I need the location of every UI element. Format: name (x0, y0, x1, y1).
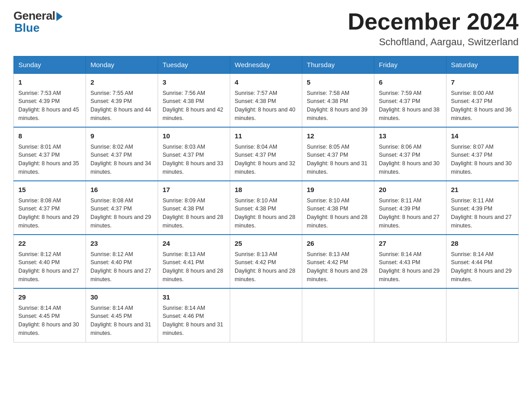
day-number: 8 (18, 131, 81, 141)
calendar-cell: 30Sunrise: 8:14 AMSunset: 4:45 PMDayligh… (86, 288, 158, 342)
col-header-friday: Friday (374, 56, 446, 74)
day-number: 16 (90, 185, 153, 195)
day-number: 18 (235, 185, 297, 195)
logo-blue-text: Blue (14, 21, 39, 35)
calendar-cell: 18Sunrise: 8:10 AMSunset: 4:38 PMDayligh… (230, 181, 302, 235)
day-number: 5 (307, 77, 369, 88)
calendar-cell: 31Sunrise: 8:14 AMSunset: 4:46 PMDayligh… (158, 288, 230, 342)
day-number: 6 (379, 77, 442, 88)
calendar-week-row: 22Sunrise: 8:12 AMSunset: 4:40 PMDayligh… (14, 235, 519, 288)
col-header-tuesday: Tuesday (158, 56, 230, 74)
day-info: Sunrise: 7:59 AMSunset: 4:37 PMDaylight:… (379, 89, 442, 123)
calendar-cell (230, 288, 302, 342)
day-number: 15 (18, 185, 81, 195)
calendar-cell: 6Sunrise: 7:59 AMSunset: 4:37 PMDaylight… (374, 73, 446, 127)
day-number: 1 (18, 77, 81, 88)
day-number: 14 (451, 131, 514, 141)
day-number: 31 (163, 292, 225, 303)
day-number: 17 (163, 185, 225, 195)
calendar-cell: 28Sunrise: 8:14 AMSunset: 4:44 PMDayligh… (446, 235, 519, 288)
day-info: Sunrise: 7:53 AMSunset: 4:39 PMDaylight:… (18, 89, 81, 123)
day-info: Sunrise: 8:12 AMSunset: 4:40 PMDaylight:… (90, 250, 153, 284)
day-info: Sunrise: 8:07 AMSunset: 4:37 PMDaylight:… (451, 143, 514, 176)
calendar-cell: 20Sunrise: 8:11 AMSunset: 4:39 PMDayligh… (374, 181, 446, 235)
day-number: 28 (451, 239, 514, 249)
calendar-cell: 22Sunrise: 8:12 AMSunset: 4:40 PMDayligh… (14, 235, 86, 288)
col-header-sunday: Sunday (14, 56, 86, 74)
day-info: Sunrise: 8:10 AMSunset: 4:38 PMDaylight:… (307, 197, 369, 230)
calendar-cell: 21Sunrise: 8:11 AMSunset: 4:39 PMDayligh… (446, 181, 519, 235)
day-number: 26 (307, 239, 369, 249)
calendar-cell: 11Sunrise: 8:04 AMSunset: 4:37 PMDayligh… (230, 127, 302, 181)
calendar-cell: 15Sunrise: 8:08 AMSunset: 4:37 PMDayligh… (14, 181, 86, 235)
calendar-cell: 4Sunrise: 7:57 AMSunset: 4:38 PMDaylight… (230, 73, 302, 127)
day-number: 7 (451, 77, 514, 88)
day-info: Sunrise: 8:03 AMSunset: 4:37 PMDaylight:… (163, 143, 225, 176)
month-title: December 2024 (348, 9, 519, 34)
calendar-cell: 27Sunrise: 8:14 AMSunset: 4:43 PMDayligh… (374, 235, 446, 288)
calendar-cell: 8Sunrise: 8:01 AMSunset: 4:37 PMDaylight… (14, 127, 86, 181)
page-header: General Blue December 2024 Schoftland, A… (13, 9, 519, 48)
day-info: Sunrise: 7:58 AMSunset: 4:38 PMDaylight:… (307, 89, 369, 123)
calendar-week-row: 29Sunrise: 8:14 AMSunset: 4:45 PMDayligh… (14, 288, 519, 342)
calendar-cell: 17Sunrise: 8:09 AMSunset: 4:38 PMDayligh… (158, 181, 230, 235)
day-number: 24 (163, 239, 225, 249)
day-number: 3 (163, 77, 225, 88)
col-header-saturday: Saturday (446, 56, 519, 74)
calendar-cell (374, 288, 446, 342)
day-info: Sunrise: 8:11 AMSunset: 4:39 PMDaylight:… (379, 197, 442, 230)
day-number: 29 (18, 292, 81, 303)
calendar-cell: 5Sunrise: 7:58 AMSunset: 4:38 PMDaylight… (302, 73, 374, 127)
day-info: Sunrise: 8:08 AMSunset: 4:37 PMDaylight:… (18, 197, 81, 230)
day-info: Sunrise: 8:09 AMSunset: 4:38 PMDaylight:… (163, 197, 225, 230)
calendar-cell: 10Sunrise: 8:03 AMSunset: 4:37 PMDayligh… (158, 127, 230, 181)
calendar-cell: 26Sunrise: 8:13 AMSunset: 4:42 PMDayligh… (302, 235, 374, 288)
day-info: Sunrise: 8:14 AMSunset: 4:46 PMDaylight:… (163, 304, 225, 338)
day-number: 23 (90, 239, 153, 249)
day-info: Sunrise: 8:13 AMSunset: 4:42 PMDaylight:… (235, 250, 297, 284)
calendar-week-row: 15Sunrise: 8:08 AMSunset: 4:37 PMDayligh… (14, 181, 519, 235)
col-header-monday: Monday (86, 56, 158, 74)
day-info: Sunrise: 8:14 AMSunset: 4:44 PMDaylight:… (451, 250, 514, 284)
day-info: Sunrise: 7:56 AMSunset: 4:38 PMDaylight:… (163, 89, 225, 123)
day-number: 10 (163, 131, 225, 141)
day-info: Sunrise: 8:10 AMSunset: 4:38 PMDaylight:… (235, 197, 297, 230)
day-number: 27 (379, 239, 442, 249)
day-number: 9 (90, 131, 153, 141)
calendar-week-row: 8Sunrise: 8:01 AMSunset: 4:37 PMDaylight… (14, 127, 519, 181)
logo-triangle-icon (56, 12, 63, 21)
title-block: December 2024 Schoftland, Aargau, Switze… (348, 9, 519, 48)
day-number: 12 (307, 131, 369, 141)
day-number: 21 (451, 185, 514, 195)
logo: General Blue (13, 9, 63, 35)
calendar-cell: 12Sunrise: 8:05 AMSunset: 4:37 PMDayligh… (302, 127, 374, 181)
calendar-header-row: SundayMondayTuesdayWednesdayThursdayFrid… (14, 56, 519, 74)
day-info: Sunrise: 8:11 AMSunset: 4:39 PMDaylight:… (451, 197, 514, 230)
day-number: 4 (235, 77, 297, 88)
day-number: 20 (379, 185, 442, 195)
location-title: Schoftland, Aargau, Switzerland (348, 36, 519, 48)
day-info: Sunrise: 8:14 AMSunset: 4:43 PMDaylight:… (379, 250, 442, 284)
calendar-cell (446, 288, 519, 342)
day-info: Sunrise: 8:13 AMSunset: 4:42 PMDaylight:… (307, 250, 369, 284)
calendar-cell: 3Sunrise: 7:56 AMSunset: 4:38 PMDaylight… (158, 73, 230, 127)
day-number: 11 (235, 131, 297, 141)
day-info: Sunrise: 8:01 AMSunset: 4:37 PMDaylight:… (18, 143, 81, 176)
day-number: 2 (90, 77, 153, 88)
calendar-cell: 23Sunrise: 8:12 AMSunset: 4:40 PMDayligh… (86, 235, 158, 288)
calendar-cell: 25Sunrise: 8:13 AMSunset: 4:42 PMDayligh… (230, 235, 302, 288)
day-info: Sunrise: 8:00 AMSunset: 4:37 PMDaylight:… (451, 89, 514, 123)
day-number: 13 (379, 131, 442, 141)
calendar-cell: 29Sunrise: 8:14 AMSunset: 4:45 PMDayligh… (14, 288, 86, 342)
day-info: Sunrise: 8:14 AMSunset: 4:45 PMDaylight:… (18, 304, 81, 338)
calendar-cell: 14Sunrise: 8:07 AMSunset: 4:37 PMDayligh… (446, 127, 519, 181)
calendar-cell: 16Sunrise: 8:08 AMSunset: 4:37 PMDayligh… (86, 181, 158, 235)
calendar-cell: 7Sunrise: 8:00 AMSunset: 4:37 PMDaylight… (446, 73, 519, 127)
day-number: 19 (307, 185, 369, 195)
calendar-cell: 2Sunrise: 7:55 AMSunset: 4:39 PMDaylight… (86, 73, 158, 127)
day-number: 30 (90, 292, 153, 303)
day-info: Sunrise: 8:08 AMSunset: 4:37 PMDaylight:… (90, 197, 153, 230)
calendar-cell: 19Sunrise: 8:10 AMSunset: 4:38 PMDayligh… (302, 181, 374, 235)
calendar-table: SundayMondayTuesdayWednesdayThursdayFrid… (13, 56, 519, 342)
col-header-thursday: Thursday (302, 56, 374, 74)
